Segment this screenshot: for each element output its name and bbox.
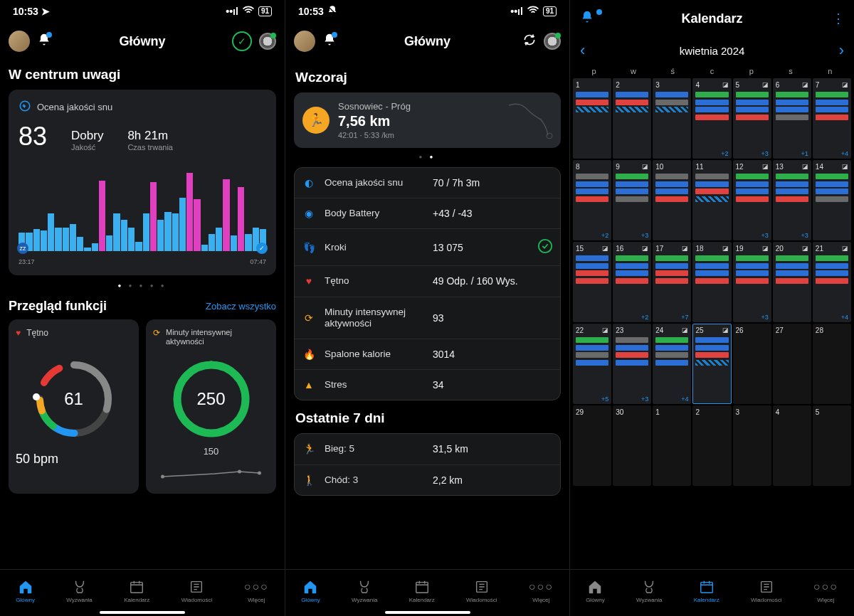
calendar-day-16[interactable]: 16◪+2 xyxy=(613,242,651,322)
calendar-day-13[interactable]: 13◪+3 xyxy=(773,160,811,240)
sleep-card[interactable]: Ocena jakości snu 83 Dobry Jakość 8h 21m… xyxy=(9,90,276,275)
stat-row-battery[interactable]: ◉Body Battery+43 / -43 xyxy=(295,198,560,229)
weekday-label: ś xyxy=(653,67,692,75)
sync-ok-icon[interactable]: ✓ xyxy=(232,31,252,51)
activity-bar xyxy=(816,115,848,120)
calendar-day-6[interactable]: 6◪+1 xyxy=(773,78,811,159)
calendar-day-21[interactable]: 21◪+4 xyxy=(813,242,851,322)
tab-kalendarz[interactable]: Kalendarz xyxy=(409,579,435,603)
calendar-day-28[interactable]: 28 xyxy=(813,324,851,404)
stat-row-steps[interactable]: 👣Kroki13 075 xyxy=(295,229,560,266)
workout-badge-icon: ◪ xyxy=(602,245,608,252)
calendar-day-30[interactable]: 30 xyxy=(613,405,651,486)
tab-główny[interactable]: Główny xyxy=(16,579,35,603)
calendar-day-5[interactable]: 5 xyxy=(813,405,851,486)
menu-button[interactable]: ⋮ xyxy=(823,11,844,26)
last7-row-run[interactable]: 🏃Bieg: 531,5 km xyxy=(295,434,560,464)
calendar-day-9[interactable]: 9◪+3 xyxy=(613,160,651,240)
stat-row-stress[interactable]: ▲Stres34 xyxy=(295,370,560,400)
sleep-bar xyxy=(128,228,135,251)
tab-wyzwania[interactable]: Wyzwania xyxy=(352,579,377,603)
calendar-day-8[interactable]: 8+2 xyxy=(573,160,611,240)
sleep-start-time: 23:17 xyxy=(19,258,35,265)
calendar-day-1[interactable]: 1 xyxy=(573,78,611,159)
stat-row-sleep[interactable]: ◐Ocena jakości snu70 / 7h 3m xyxy=(295,168,560,198)
calendar-day-29[interactable]: 29 xyxy=(573,405,611,486)
calendar-day-12[interactable]: 12◪+3 xyxy=(733,160,771,240)
calendar-day-18[interactable]: 18◪ xyxy=(692,242,731,322)
stat-label: Chód: 3 xyxy=(325,474,424,486)
calendar-day-3[interactable]: 3 xyxy=(733,405,771,486)
calendar-day-5[interactable]: 5◪+3 xyxy=(733,78,771,159)
more-count: +7 xyxy=(681,314,688,321)
calendar-day-4[interactable]: 4 xyxy=(773,405,811,486)
prev-month-button[interactable]: ‹ xyxy=(580,41,585,60)
calendar-day-26[interactable]: 26 xyxy=(733,324,771,404)
stat-row-intensity[interactable]: ⟳Minuty intensywnej aktywności93 xyxy=(295,297,560,339)
calendar-day-3[interactable]: 3 xyxy=(653,78,691,159)
tab-więcej[interactable]: ○○○Więcej xyxy=(529,579,554,603)
calendar-day-19[interactable]: 19◪+3 xyxy=(733,242,771,322)
tab-kalendarz[interactable]: Kalendarz xyxy=(694,579,719,603)
tab-wyzwania[interactable]: Wyzwania xyxy=(66,579,92,603)
tab-więcej[interactable]: ○○○Więcej xyxy=(813,579,838,603)
sleep-bar xyxy=(164,212,171,251)
calendar-day-7[interactable]: 7◪+4 xyxy=(813,78,851,159)
calendar-day-10[interactable]: 10 xyxy=(653,160,691,240)
device-button[interactable] xyxy=(259,33,276,50)
notifications-button[interactable] xyxy=(322,33,337,50)
calendar-day-1[interactable]: 1 xyxy=(653,405,691,486)
tab-label: Więcej xyxy=(532,597,549,603)
carousel-dots[interactable]: ● ● ● ● ● xyxy=(9,282,276,289)
calendar-day-17[interactable]: 17◪+7 xyxy=(653,242,691,322)
calendar-day-2[interactable]: 2 xyxy=(613,78,651,159)
next-month-button[interactable]: › xyxy=(839,41,844,60)
sleep-duration-value: 8h 21m xyxy=(127,129,173,143)
calendar-day-20[interactable]: 20◪ xyxy=(773,242,811,322)
tab-wiadomości[interactable]: Wiadomości xyxy=(181,579,213,603)
tab-wiadomości[interactable]: Wiadomości xyxy=(466,579,497,603)
calendar-day-22[interactable]: 22◪+5 xyxy=(573,324,611,404)
activity-bar xyxy=(736,92,769,97)
avatar[interactable] xyxy=(9,31,30,52)
avatar[interactable] xyxy=(294,31,315,52)
calendar-day-4[interactable]: 4◪+2 xyxy=(692,78,731,159)
tab-wyzwania[interactable]: Wyzwania xyxy=(636,579,662,603)
tab-więcej[interactable]: ○○○Więcej xyxy=(244,579,269,603)
activity-bar xyxy=(736,174,769,179)
calendar-day-23[interactable]: 23+3 xyxy=(613,324,651,404)
activity-bar xyxy=(816,92,848,97)
carousel-dots[interactable]: ● ● xyxy=(294,154,561,160)
calendar-day-11[interactable]: 11 xyxy=(692,160,731,240)
weekday-label: p xyxy=(732,67,771,75)
calendar-day-15[interactable]: 15◪ xyxy=(573,242,611,322)
calendar-day-24[interactable]: 24◪+4 xyxy=(653,324,691,404)
tab-kalendarz[interactable]: Kalendarz xyxy=(124,579,149,603)
sleep-bar xyxy=(209,234,215,251)
calendar-day-2[interactable]: 2 xyxy=(692,405,731,486)
tab-główny[interactable]: Główny xyxy=(586,579,605,603)
activity-card[interactable]: 🏃 Sosnowiec - Próg 7,56 km 42:01 · 5:33 … xyxy=(294,92,561,148)
activity-bar xyxy=(695,188,728,194)
fire-icon: 🔥 xyxy=(302,349,316,360)
notifications-button[interactable] xyxy=(37,33,51,50)
calendar-day-27[interactable]: 27 xyxy=(773,324,811,404)
heart-rate-card[interactable]: ♥ Tętno 61 50 bpm xyxy=(9,319,139,494)
notifications-button[interactable] xyxy=(580,10,601,27)
calendar-day-14[interactable]: 14◪ xyxy=(813,160,851,240)
tab-wiadomości[interactable]: Wiadomości xyxy=(751,579,782,603)
sleep-icon: ◐ xyxy=(302,177,316,188)
see-all-link[interactable]: Zobacz wszystko xyxy=(206,301,276,312)
day-number: 3 xyxy=(655,81,660,89)
more-count: +1 xyxy=(801,150,808,157)
sync-button[interactable] xyxy=(522,33,537,50)
stat-row-heart[interactable]: ♥Tętno49 Odp. / 160 Wys. xyxy=(295,266,560,297)
tab-główny[interactable]: Główny xyxy=(301,579,320,603)
battery-icon: ◉ xyxy=(302,208,316,219)
day-number: 22 xyxy=(576,326,584,334)
device-button[interactable] xyxy=(544,33,561,50)
calendar-day-25[interactable]: 25◪ xyxy=(692,324,731,404)
intensity-card[interactable]: ⟳ Minuty intensywnej aktywności 250 150 xyxy=(146,319,276,494)
stat-row-fire[interactable]: 🔥Spalone kalorie3014 xyxy=(295,339,560,370)
last7-row-walk[interactable]: 🚶Chód: 32,2 km xyxy=(295,465,560,495)
